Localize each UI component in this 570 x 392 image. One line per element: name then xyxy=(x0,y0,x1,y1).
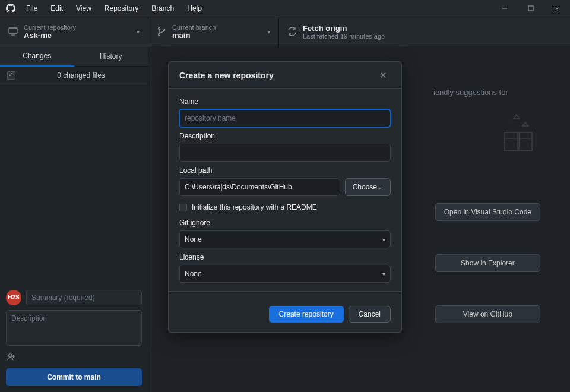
background-action-buttons: Open in Visual Studio Code Show in Explo… xyxy=(435,203,540,323)
view-on-github-button[interactable]: View on GitHub xyxy=(435,305,540,323)
svg-rect-1 xyxy=(528,6,533,11)
changes-list xyxy=(0,84,148,284)
svg-point-7 xyxy=(158,33,160,35)
chevron-down-icon: ▾ xyxy=(137,29,140,35)
repo-label: Current repository xyxy=(24,24,76,31)
license-value: None xyxy=(185,270,202,278)
tab-history[interactable]: History xyxy=(74,46,148,67)
menu-help[interactable]: Help xyxy=(187,4,202,12)
github-logo-icon xyxy=(6,4,15,13)
window-close-button[interactable] xyxy=(544,0,570,17)
sidebar-tabs: Changes History xyxy=(0,46,148,67)
menu-edit[interactable]: Edit xyxy=(50,4,63,12)
repo-value: Ask-me xyxy=(24,31,76,40)
create-repository-button[interactable]: Create repository xyxy=(269,306,344,323)
commit-box: H2S Commit to main xyxy=(0,284,148,392)
gitignore-select[interactable]: None ▾ xyxy=(179,230,391,248)
branch-label: Current branch xyxy=(172,24,216,31)
menu-repository[interactable]: Repository xyxy=(104,4,138,12)
window-controls xyxy=(492,0,570,17)
gitignore-value: None xyxy=(185,235,202,244)
current-branch-selector[interactable]: Current branch main ▾ xyxy=(148,17,279,46)
title-bar: File Edit View Repository Branch Help xyxy=(0,0,570,17)
gitignore-label: Git ignore xyxy=(179,219,391,227)
git-branch-icon xyxy=(157,27,166,36)
svg-rect-13 xyxy=(519,132,532,150)
fetch-origin-button[interactable]: Fetch origin Last fetched 19 minutes ago xyxy=(279,17,570,46)
svg-rect-12 xyxy=(505,132,518,150)
menu-view[interactable]: View xyxy=(76,4,91,12)
background-hint-text: iendly suggestions for xyxy=(433,88,552,97)
open-vscode-button[interactable]: Open in Visual Studio Code xyxy=(435,203,540,221)
create-repository-modal: Create a new repository ✕ Name Descripti… xyxy=(168,61,402,333)
app-menu: File Edit View Repository Branch Help xyxy=(26,4,202,12)
close-icon[interactable]: ✕ xyxy=(376,68,391,83)
repository-name-input[interactable] xyxy=(179,109,391,127)
svg-rect-4 xyxy=(9,28,17,33)
svg-point-9 xyxy=(9,354,12,357)
license-label: License xyxy=(179,253,391,261)
current-repository-selector[interactable]: Current repository Ask-me ▾ xyxy=(0,17,148,46)
branch-value: main xyxy=(172,31,216,40)
initialize-readme-checkbox[interactable] xyxy=(179,204,187,211)
commit-description-input[interactable] xyxy=(6,310,142,346)
local-path-input[interactable] xyxy=(179,178,340,196)
changed-files-count: 0 changed files xyxy=(21,71,141,80)
changes-header: 0 changed files xyxy=(0,67,148,84)
description-label: Description xyxy=(179,132,391,140)
window-maximize-button[interactable] xyxy=(518,0,544,17)
select-all-checkbox[interactable] xyxy=(7,71,15,80)
cancel-button[interactable]: Cancel xyxy=(349,306,391,323)
show-in-explorer-button[interactable]: Show in Explorer xyxy=(435,254,540,272)
modal-footer: Create repository Cancel xyxy=(169,298,401,332)
empty-state-illustration xyxy=(493,112,540,161)
svg-point-8 xyxy=(163,29,164,30)
sidebar: Changes History 0 changed files H2S Comm… xyxy=(0,46,148,392)
modal-header: Create a new repository ✕ xyxy=(169,62,401,89)
svg-point-6 xyxy=(158,27,160,29)
tab-changes[interactable]: Changes xyxy=(0,46,74,67)
choose-path-button[interactable]: Choose... xyxy=(345,178,391,196)
commit-summary-input[interactable] xyxy=(26,290,142,305)
chevron-down-icon: ▾ xyxy=(382,271,385,277)
name-label: Name xyxy=(179,97,391,106)
chevron-down-icon: ▾ xyxy=(382,236,385,243)
repository-description-input[interactable] xyxy=(179,144,391,162)
fetch-status: Last fetched 19 minutes ago xyxy=(303,33,385,40)
add-coauthor-button[interactable] xyxy=(6,350,142,363)
fetch-label: Fetch origin xyxy=(303,24,385,33)
desktop-icon xyxy=(8,27,18,36)
local-path-label: Local path xyxy=(179,166,391,175)
menu-branch[interactable]: Branch xyxy=(151,4,174,12)
commit-button[interactable]: Commit to main xyxy=(6,368,142,386)
initialize-readme-label: Initialize this repository with a README xyxy=(192,203,317,211)
modal-title: Create a new repository xyxy=(179,71,274,80)
license-select[interactable]: None ▾ xyxy=(179,265,391,283)
toolbar: Current repository Ask-me ▾ Current bran… xyxy=(0,17,570,46)
window-minimize-button[interactable] xyxy=(492,0,518,17)
sync-icon xyxy=(287,27,297,36)
avatar: H2S xyxy=(6,290,21,305)
menu-file[interactable]: File xyxy=(26,4,37,12)
modal-divider xyxy=(169,291,401,292)
chevron-down-icon: ▾ xyxy=(267,29,270,35)
